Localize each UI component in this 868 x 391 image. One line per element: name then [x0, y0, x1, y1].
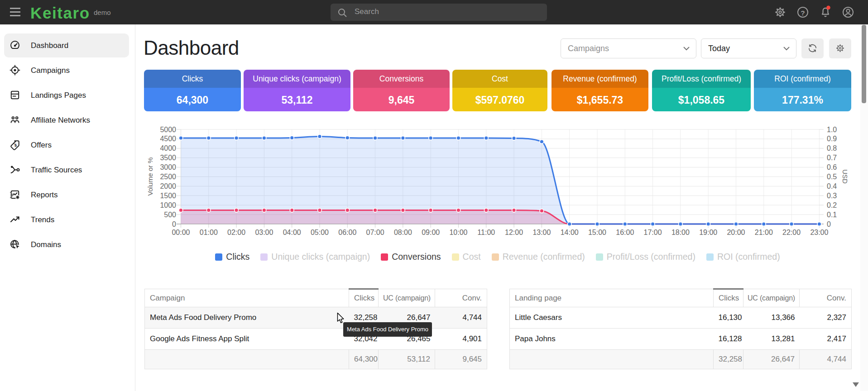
svg-text:0.5: 0.5	[827, 173, 837, 181]
svg-text:05:00: 05:00	[311, 229, 329, 236]
svg-text:3000: 3000	[160, 163, 176, 171]
svg-text:22:00: 22:00	[782, 229, 801, 236]
svg-text:4500: 4500	[160, 135, 176, 143]
svg-text:1500: 1500	[160, 192, 176, 200]
svg-text:12:00: 12:00	[505, 229, 523, 236]
svg-text:Volume or %: Volume or %	[146, 157, 154, 196]
svg-text:02:00: 02:00	[227, 229, 245, 236]
svg-text:0.2: 0.2	[827, 201, 837, 209]
svg-text:0.8: 0.8	[827, 144, 837, 152]
svg-text:0.6: 0.6	[827, 163, 837, 171]
svg-text:0.1: 0.1	[827, 211, 837, 219]
svg-text:5000: 5000	[160, 126, 176, 134]
svg-text:14:00: 14:00	[561, 229, 579, 236]
svg-text:11:00: 11:00	[477, 229, 495, 236]
svg-text:03:00: 03:00	[255, 229, 273, 236]
svg-text:08:00: 08:00	[394, 229, 412, 236]
svg-text:06:00: 06:00	[338, 229, 356, 236]
svg-text:10:00: 10:00	[449, 229, 467, 236]
svg-text:3500: 3500	[160, 154, 176, 162]
svg-text:15:00: 15:00	[588, 229, 606, 236]
svg-text:1.0: 1.0	[827, 126, 837, 134]
svg-text:09:00: 09:00	[422, 229, 440, 236]
svg-text:00:00: 00:00	[172, 229, 190, 236]
svg-text:0.3: 0.3	[827, 192, 837, 200]
svg-text:4000: 4000	[160, 144, 176, 152]
svg-text:0: 0	[827, 220, 831, 228]
svg-text:$: $	[14, 143, 17, 148]
svg-text:0.9: 0.9	[827, 135, 837, 143]
svg-text:0.4: 0.4	[827, 182, 837, 190]
svg-text:16:00: 16:00	[616, 229, 634, 236]
svg-text:500: 500	[164, 211, 176, 219]
svg-text:07:00: 07:00	[366, 229, 384, 236]
svg-text:0.7: 0.7	[827, 154, 837, 162]
svg-text:18:00: 18:00	[671, 229, 690, 236]
svg-text:2000: 2000	[160, 182, 176, 190]
svg-text:13:00: 13:00	[532, 229, 551, 236]
svg-text:0: 0	[172, 220, 176, 228]
svg-text:2500: 2500	[160, 173, 176, 181]
svg-text:23:00: 23:00	[810, 229, 828, 236]
svg-text:01:00: 01:00	[200, 229, 218, 236]
svg-text:04:00: 04:00	[283, 229, 301, 236]
svg-text:21:00: 21:00	[755, 229, 773, 236]
svg-text:17:00: 17:00	[644, 229, 662, 236]
svg-text:20:00: 20:00	[727, 229, 745, 236]
svg-text:19:00: 19:00	[699, 229, 717, 236]
svg-text:?: ?	[801, 9, 805, 17]
svg-text:USD: USD	[841, 169, 849, 184]
svg-text:1000: 1000	[160, 201, 176, 209]
